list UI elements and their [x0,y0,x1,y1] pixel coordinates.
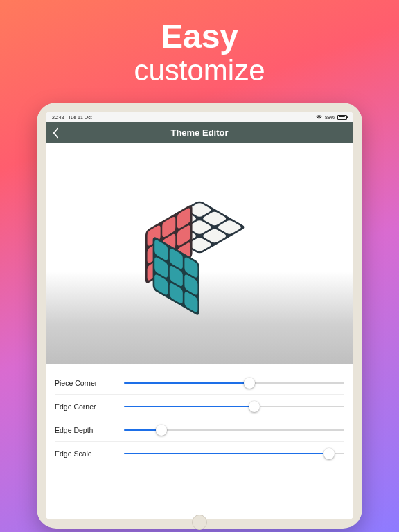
page-title: Theme Editor [170,127,228,138]
back-button[interactable] [52,127,62,137]
title-bar: Theme Editor [46,122,353,143]
status-right: 88% [316,115,347,120]
edge-corner-slider[interactable] [124,400,344,414]
cube-preview[interactable] [46,143,353,364]
battery-icon [337,115,347,120]
piece-corner-slider[interactable] [124,376,344,390]
edge-depth-slider[interactable] [124,423,344,437]
cube-graphic [137,191,262,316]
slider-label: Edge Corner [55,402,124,411]
slider-row-edge-depth: Edge Depth [55,418,344,442]
device-screen: 20:48 Tue 11 Oct 88% Theme Editor [46,112,353,519]
promo-background: Easy customize 20:48 Tue 11 Oct 88% [0,0,399,532]
status-left: 20:48 Tue 11 Oct [52,115,92,120]
hero-line-1: Easy [134,19,265,54]
slider-label: Edge Depth [55,426,124,434]
hero-text: Easy customize [134,0,265,103]
edge-scale-slider[interactable] [124,447,344,461]
status-bar: 20:48 Tue 11 Oct 88% [46,112,353,122]
device-frame: 20:48 Tue 11 Oct 88% Theme Editor [37,103,362,529]
slider-row-edge-corner: Edge Corner [55,395,344,418]
home-button[interactable] [192,515,207,530]
wifi-icon [316,115,322,120]
slider-controls: Piece Corner Edge Corner Edge Depth [46,364,353,519]
status-date: Tue 11 Oct [68,115,91,120]
slider-label: Edge Scale [55,450,124,458]
slider-row-edge-scale: Edge Scale [55,442,344,466]
status-time: 20:48 [52,115,64,120]
slider-label: Piece Corner [55,379,124,387]
hero-line-2: customize [134,55,265,86]
battery-percent: 88% [325,115,335,120]
slider-row-piece-corner: Piece Corner [55,371,344,395]
